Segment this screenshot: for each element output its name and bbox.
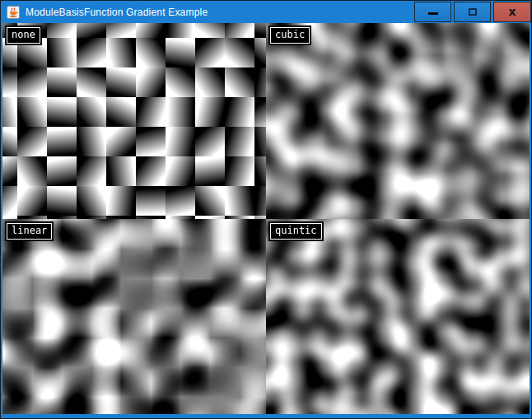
interp-label-quintic: quintic — [270, 223, 322, 240]
maximize-button[interactable] — [454, 2, 491, 22]
close-button[interactable]: x — [493, 2, 531, 22]
noise-canvas-none — [2, 23, 266, 219]
window-controls: x — [414, 2, 531, 22]
interp-label-none: none — [7, 27, 40, 44]
noise-panel-linear: linear — [2, 219, 266, 414]
noise-panel-none: none — [2, 23, 266, 219]
noise-panel-cubic: cubic — [266, 23, 530, 219]
noise-grid: none cubic linear quintic — [2, 23, 530, 414]
titlebar[interactable]: ModuleBasisFunction Gradient Example x — [1, 1, 531, 23]
minimize-button[interactable] — [414, 2, 451, 22]
noise-canvas-quintic — [266, 219, 530, 414]
maximize-icon — [469, 8, 477, 16]
minimize-icon — [428, 12, 438, 15]
interp-label-cubic: cubic — [270, 27, 310, 44]
app-window: ModuleBasisFunction Gradient Example x n… — [0, 0, 532, 419]
noise-canvas-cubic — [266, 23, 530, 219]
window-title: ModuleBasisFunction Gradient Example — [26, 7, 208, 18]
java-logo-icon — [7, 6, 20, 19]
noise-panel-quintic: quintic — [266, 219, 530, 414]
interp-label-linear: linear — [7, 223, 52, 240]
close-icon: x — [508, 6, 516, 17]
noise-canvas-linear — [2, 219, 266, 414]
